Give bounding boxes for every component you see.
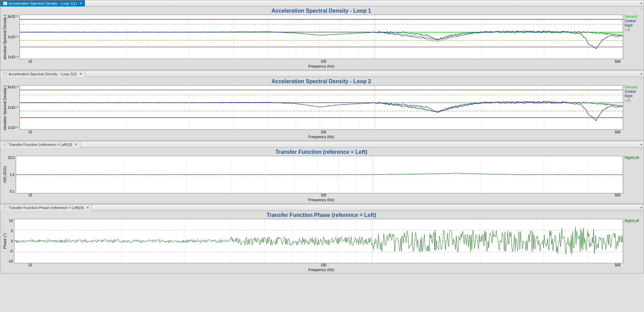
chart-title: Acceleration Spectral Density - Loop 2 (2, 78, 641, 85)
xticks: 10100500 (2, 130, 641, 134)
tab[interactable]: Transfer Function Phase (reference = Lef… (0, 205, 92, 211)
ytick: 5 (8, 229, 13, 233)
xtick: 100 (320, 193, 326, 197)
tab[interactable]: Acceleration Spectral Density - Loop 2(2… (0, 71, 85, 77)
tabbar: Transfer Function Phase (reference = Lef… (0, 205, 644, 211)
ytick: 1.0 (8, 173, 14, 177)
plot[interactable] (16, 156, 623, 193)
xticks: 10100500 (2, 263, 641, 267)
plot[interactable] (19, 85, 623, 130)
xticks: 10100500 (2, 60, 641, 63)
plot[interactable] (19, 15, 623, 59)
ytick: 1x10⁻³ (8, 55, 18, 59)
xtick: 500 (615, 60, 621, 63)
xtick: 500 (615, 193, 621, 197)
ytick: 6x10⁻² (8, 85, 18, 89)
ytick: -10 (8, 259, 13, 263)
xtick: 100 (320, 130, 326, 134)
ylabel: Phase (°) (2, 219, 8, 263)
chevron-down-icon[interactable]: ▾ (641, 1, 642, 5)
chart-area: ⋮⋮⋮⋮ Acceleration Spectral Density - Loo… (0, 77, 644, 140)
legend: Right/Left (623, 156, 641, 193)
legend: DemandControlRightLeft (623, 15, 641, 60)
chart-area: ⋮⋮⋮⋮ Transfer Function Phase (reference … (0, 211, 644, 273)
tabbar: Acceleration Spectral Density - Loop 1(1… (0, 0, 644, 6)
close-icon[interactable]: × (75, 142, 77, 147)
legend-item: Left (625, 99, 641, 102)
grip-icon[interactable]: ⋮⋮⋮⋮ (640, 211, 644, 216)
legend-item: Left (625, 28, 641, 32)
panel-3: Transfer Function Phase (reference = Lef… (0, 204, 644, 273)
chart-title: Acceleration Spectral Density - Loop 1 (2, 8, 641, 14)
ytick: 1x10⁻³ (8, 126, 18, 130)
panel-0: Acceleration Spectral Density - Loop 1(1… (0, 0, 644, 70)
xtick: 500 (615, 130, 621, 134)
xtick: 10 (28, 60, 32, 63)
tab-label: Transfer Function Phase (reference = Lef… (9, 206, 84, 210)
xtick: 100 (320, 60, 326, 63)
tab-label: Transfer Function (reference = Left)(3) (9, 143, 72, 147)
chevron-down-icon[interactable]: ▾ (641, 143, 642, 146)
chart-title: Transfer Function Phase (reference = Lef… (2, 212, 641, 218)
ytick: 1x10⁻² (8, 35, 18, 39)
legend-item: Right (625, 24, 641, 27)
tab-label: Acceleration Spectral Density - Loop 2(2… (9, 72, 77, 76)
close-icon[interactable]: × (87, 205, 89, 210)
xlabel: Frequency (Hz) (2, 135, 641, 139)
legend-item: Demand (625, 15, 641, 18)
ylabel: H(f) (G/G) (2, 156, 8, 193)
legend-item: Control (625, 19, 641, 23)
ylabel: eleration Spectral Density ( (2, 85, 8, 130)
ytick: 6x10⁻² (8, 15, 18, 18)
close-icon[interactable]: × (80, 72, 82, 76)
xlabel: Frequency (Hz) (2, 198, 641, 202)
chart-area: ⋮⋮⋮⋮ Acceleration Spectral Density - Loo… (0, 6, 644, 70)
yticks: 10.01.00.1 (8, 156, 16, 193)
xtick: 10 (28, 193, 32, 197)
ylabel: eleration Spectral Density ( (2, 15, 8, 60)
yticks: 1050-5-10 (8, 219, 14, 263)
legend-item: Right/Left (625, 156, 641, 160)
yticks: 6x10⁻²1x10⁻²1x10⁻³ (8, 15, 19, 59)
tabbar: Transfer Function (reference = Left)(3) … (0, 142, 644, 148)
chevron-down-icon[interactable]: ▾ (641, 72, 642, 76)
ytick: 10.0 (8, 156, 14, 160)
legend-item: Right/Left (625, 219, 641, 223)
xlabel: Frequency (Hz) (2, 64, 641, 68)
yticks: 6x10⁻²1x10⁻²1x10⁻³ (8, 85, 19, 130)
legend-item: Control (625, 90, 641, 93)
ytick: 0.1 (8, 190, 14, 193)
tab[interactable]: Acceleration Spectral Density - Loop 1(1… (0, 0, 85, 6)
legend-item: Right (625, 94, 641, 98)
legend-item: Demand (625, 85, 641, 89)
ytick: -5 (8, 249, 13, 253)
tab-label: Acceleration Spectral Density - Loop 1(1… (9, 1, 77, 5)
plot[interactable] (14, 219, 623, 263)
ytick: 10 (8, 219, 13, 223)
xtick: 500 (615, 263, 621, 267)
close-icon[interactable]: × (80, 1, 82, 6)
legend: DemandControlRightLeft (623, 85, 641, 130)
ytick: 0 (8, 239, 13, 243)
xtick: 10 (28, 130, 32, 134)
panel-2: Transfer Function (reference = Left)(3) … (0, 141, 644, 204)
grip-icon[interactable]: ⋮⋮⋮⋮ (640, 78, 644, 82)
panel-1: Acceleration Spectral Density - Loop 2(2… (0, 71, 644, 140)
ytick: 1x10⁻² (8, 106, 18, 109)
grip-icon[interactable]: ⋮⋮⋮⋮ (640, 148, 644, 152)
chart-area: ⋮⋮⋮⋮ Transfer Function (reference = Left… (0, 148, 644, 203)
tab[interactable]: Transfer Function (reference = Left)(3) … (0, 142, 80, 148)
legend: Right/Left (623, 219, 641, 263)
xtick: 100 (320, 263, 326, 267)
xlabel: Frequency (Hz) (2, 268, 641, 272)
chart-title: Transfer Function (reference = Left) (2, 149, 641, 155)
tabbar: Acceleration Spectral Density - Loop 2(2… (0, 71, 644, 77)
grip-icon[interactable]: ⋮⋮⋮⋮ (640, 7, 644, 11)
chevron-down-icon[interactable]: ▾ (641, 206, 642, 209)
xtick: 10 (28, 263, 32, 267)
xticks: 10100500 (2, 193, 641, 197)
